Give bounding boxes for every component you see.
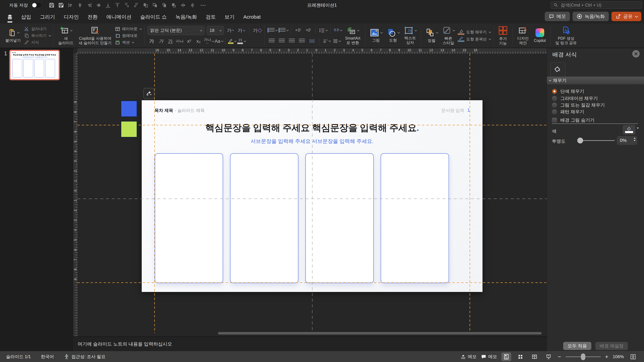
italic-button[interactable]: 가 (157, 37, 165, 45)
content-card-1[interactable] (155, 153, 223, 283)
guide-horizontal-bottom[interactable] (78, 282, 547, 283)
tab-review[interactable]: 검토 (202, 10, 220, 23)
align-top-icon[interactable] (113, 1, 122, 9)
hide-background-checkbox[interactable]: 배경 그림 숨기기 (552, 117, 594, 123)
text-direction-button[interactable]: 가 (322, 37, 331, 45)
reset-slide-button[interactable]: 원래대로 (115, 33, 141, 38)
zoom-level[interactable]: 106% (613, 354, 624, 359)
fit-to-window-button[interactable] (628, 353, 638, 361)
save-icon[interactable] (47, 1, 56, 9)
flip-horizontal-icon[interactable] (178, 1, 188, 9)
send-to-back-icon[interactable] (169, 1, 178, 9)
design-suggestion-floating-button[interactable] (144, 88, 154, 99)
decrease-font-button[interactable]: 가 (237, 26, 245, 35)
record-button[interactable]: 녹음/녹화 (572, 12, 609, 21)
comments-button[interactable]: 메모 (545, 12, 570, 21)
guide-horizontal-top[interactable] (78, 125, 547, 125)
guide-vertical-center[interactable] (312, 54, 312, 333)
decrease-indent-button[interactable] (294, 26, 302, 34)
tab-acrobat[interactable]: Acrobat (239, 10, 265, 23)
distribute-text-button[interactable] (308, 37, 316, 45)
fill-tab[interactable] (550, 62, 565, 77)
notes-area[interactable]: 여기에 슬라이드 노트의 내용을 입력하십시오 (73, 337, 547, 351)
shape-fill-button[interactable]: 도형 채우기 (458, 29, 490, 35)
search-box[interactable] (550, 1, 642, 9)
align-center-button[interactable] (278, 37, 286, 45)
section-button[interactable]: 섹션 (115, 40, 141, 45)
panel-close-button[interactable]: ✕ (632, 50, 640, 57)
slider-thumb[interactable] (577, 138, 583, 143)
arrange-button[interactable]: 정렬 (424, 28, 439, 43)
align-objects-right-icon[interactable] (84, 1, 94, 9)
solid-fill-option[interactable]: 단색 채우기 (552, 88, 584, 94)
character-spacing-button[interactable]: 가나↔ (204, 37, 214, 45)
addins-button[interactable]: 추가 기능 (496, 26, 509, 45)
slide-sorter-view-button[interactable] (516, 353, 525, 361)
bullets-button[interactable] (268, 26, 277, 34)
slide-header-subtitle[interactable]: 슬라이드 제목 (177, 108, 204, 113)
normal-view-button[interactable] (502, 353, 511, 361)
cut-button[interactable]: 잘라내기 (24, 26, 50, 31)
bring-to-front-icon[interactable] (160, 1, 169, 9)
align-bottom-icon[interactable] (103, 1, 113, 9)
copilot-new-slide-button[interactable]: Copilot을 사용하여 새 슬라이드 만들기 (77, 26, 113, 45)
font-color-button[interactable]: 가 (237, 37, 246, 45)
autosave-toggle[interactable] (32, 2, 41, 8)
align-right-button[interactable] (288, 37, 296, 45)
spin-up-icon[interactable] (634, 137, 636, 139)
accessibility-status[interactable]: 접근성: 조사 필요 (64, 354, 106, 360)
format-painter-button[interactable]: 서식 (24, 40, 50, 45)
guide-vertical-right[interactable] (470, 54, 470, 333)
reading-view-button[interactable] (530, 353, 539, 361)
textbox-button[interactable]: 가 텍스트 상자 (402, 26, 418, 45)
quick-styles-button[interactable]: 빠른 스타일 (441, 26, 456, 45)
zoom-slider[interactable] (566, 357, 601, 357)
color-swatch-green[interactable] (121, 121, 137, 137)
align-objects-left-icon[interactable] (66, 1, 75, 9)
design-ideas-button[interactable]: 디자인 제안 (516, 26, 530, 45)
copy-button[interactable]: 복사하기 (24, 33, 50, 38)
align-left-button[interactable] (268, 37, 276, 45)
transparency-slider[interactable] (578, 140, 615, 141)
strikethrough-button[interactable]: 가나 (176, 37, 184, 45)
reset-background-button[interactable]: 배경 재설정 (595, 342, 628, 350)
apply-to-all-button[interactable]: 모두 적용 (563, 342, 591, 350)
pdf-share-button[interactable]: PDF 생성 및 링크 공유 (554, 26, 578, 45)
increase-font-button[interactable]: 가 (226, 26, 234, 35)
shapes-button[interactable]: 도형 (386, 29, 401, 42)
picture-fill-option[interactable]: 그림 또는 질감 채우기 (552, 102, 605, 108)
fill-section-header[interactable]: 채우기 (547, 77, 644, 84)
send-backward-icon[interactable] (150, 1, 160, 9)
subscript-button[interactable]: x₂ (194, 37, 203, 45)
tab-slideshow[interactable]: 슬라이드 쇼 (136, 10, 171, 23)
bold-button[interactable]: 가 (148, 37, 156, 45)
distribute-horizontal-icon[interactable] (122, 1, 132, 9)
highlight-color-button[interactable] (228, 37, 236, 45)
convert-smartart-button[interactable]: SmartArt 로 변환 (344, 26, 362, 45)
language-indicator[interactable]: 한국어 (41, 354, 54, 360)
slide-header-title[interactable]: 목차 제목 (154, 108, 173, 113)
shape-outline-button[interactable]: 도형 윤곽선 (458, 36, 490, 42)
search-input[interactable] (560, 2, 639, 8)
new-slide-button[interactable]: 새 슬라이드 (56, 26, 75, 45)
font-name-select[interactable]: 맑은 고딕 (본문) (148, 26, 204, 35)
guide-horizontal-center[interactable] (78, 199, 547, 199)
save-as-icon[interactable] (56, 1, 66, 9)
paste-button[interactable]: 붙여넣기 (4, 28, 22, 42)
color-dropdown-caret[interactable] (637, 129, 639, 132)
font-size-select[interactable]: 18 (207, 26, 224, 35)
justify-button[interactable] (298, 37, 306, 45)
content-card-2[interactable] (230, 153, 298, 283)
tab-home[interactable]: 홈 (3, 10, 17, 23)
layout-button[interactable]: 레이아웃 (115, 26, 141, 31)
tab-transitions[interactable]: 전환 (83, 10, 102, 23)
tab-record[interactable]: 녹음/녹화 (171, 10, 201, 23)
columns-button[interactable] (334, 26, 342, 34)
slideshow-button[interactable] (544, 353, 554, 361)
horizontal-scrollbar[interactable] (218, 332, 542, 335)
increase-indent-button[interactable] (304, 26, 312, 34)
bring-forward-icon[interactable] (141, 1, 150, 9)
zoom-slider-thumb[interactable] (581, 354, 585, 360)
gradient-fill-option[interactable]: 그라데이션 채우기 (552, 95, 598, 101)
pattern-fill-option[interactable]: 패턴 채우기 (552, 109, 584, 115)
